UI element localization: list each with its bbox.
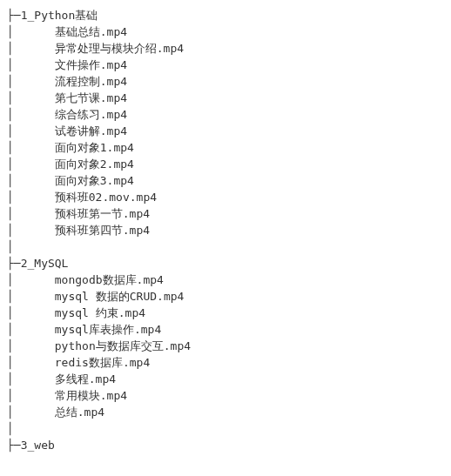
file-line: │ 预科班第一节.mp4: [7, 205, 444, 222]
tree-spacer: │: [7, 238, 444, 255]
file-line: │ redis数据库.mp4: [7, 354, 444, 371]
file-name: 预科班第四节.mp4: [55, 224, 150, 237]
file-line: │ 试卷讲解.mp4: [7, 123, 444, 139]
file-line: │ 总结.mp4: [7, 404, 444, 420]
folder-line: ├─2_MySQL: [7, 255, 444, 272]
tree-pipe-icon: │: [7, 224, 55, 237]
tree-pipe-icon: │: [7, 141, 55, 154]
file-name: 面向对象3.mp4: [55, 174, 134, 187]
tree-pipe-icon: │: [7, 240, 14, 253]
file-name: 基础总结.mp4: [55, 25, 127, 38]
file-line: │ 文件操作.mp4: [7, 57, 444, 73]
file-name: 预科班02.mov.mp4: [55, 191, 157, 204]
file-name: 试卷讲解.mp4: [55, 124, 127, 137]
tree-pipe-icon: │: [7, 372, 55, 385]
tree-pipe-icon: │: [7, 42, 55, 55]
tree-pipe-icon: │: [7, 75, 55, 88]
file-line: │ 预科班第四节.mp4: [7, 222, 444, 238]
file-name: 常用模块.mp4: [55, 389, 127, 402]
tree-pipe-icon: │: [7, 356, 55, 369]
tree-pipe-icon: │: [7, 306, 55, 319]
tree-branch-icon: ├─: [7, 439, 21, 452]
tree-pipe-icon: │: [7, 389, 55, 402]
file-name: redis数据库.mp4: [55, 356, 150, 369]
file-line: │ mongodb数据库.mp4: [7, 272, 444, 288]
file-name: mysql库表操作.mp4: [55, 323, 161, 336]
folder-line: ├─3_web: [7, 437, 444, 453]
tree-pipe-icon: │: [7, 58, 55, 71]
file-name: 第七节课.mp4: [55, 91, 127, 104]
tree-pipe-icon: │: [7, 323, 55, 336]
tree-pipe-icon: │: [7, 422, 14, 435]
folder-line: ├─1_Python基础: [7, 7, 444, 23]
directory-tree: ├─1_Python基础│ 基础总结.mp4│ 异常处理与模块介绍.mp4│ 文…: [7, 7, 444, 453]
file-line: │ mysql 数据的CRUD.mp4: [7, 288, 444, 305]
file-line: │ 基础总结.mp4: [7, 23, 444, 40]
tree-pipe-icon: │: [7, 339, 55, 352]
file-name: 文件操作.mp4: [55, 58, 127, 71]
tree-pipe-icon: │: [7, 191, 55, 204]
file-line: │ 常用模块.mp4: [7, 387, 444, 404]
tree-branch-icon: ├─: [7, 257, 21, 270]
file-name: 流程控制.mp4: [55, 75, 127, 88]
file-name: mongodb数据库.mp4: [55, 273, 164, 286]
tree-spacer: │: [7, 420, 444, 437]
file-line: │ 异常处理与模块介绍.mp4: [7, 40, 444, 57]
file-name: mysql 约束.mp4: [55, 306, 145, 319]
tree-pipe-icon: │: [7, 273, 55, 286]
file-line: │ 面向对象3.mp4: [7, 172, 444, 189]
tree-branch-icon: ├─: [7, 9, 21, 22]
folder-name: 2_MySQL: [21, 257, 69, 270]
file-line: │ 综合练习.mp4: [7, 106, 444, 123]
file-name: 综合练习.mp4: [55, 108, 127, 121]
tree-pipe-icon: │: [7, 406, 55, 419]
file-line: │ mysql 约束.mp4: [7, 305, 444, 321]
file-line: │ 面向对象2.mp4: [7, 156, 444, 172]
file-name: 多线程.mp4: [55, 372, 116, 385]
tree-pipe-icon: │: [7, 91, 55, 104]
file-name: 预科班第一节.mp4: [55, 207, 150, 220]
file-name: 面向对象2.mp4: [55, 158, 134, 171]
tree-pipe-icon: │: [7, 290, 55, 303]
tree-pipe-icon: │: [7, 174, 55, 187]
tree-pipe-icon: │: [7, 158, 55, 171]
tree-pipe-icon: │: [7, 25, 55, 38]
file-line: │ 多线程.mp4: [7, 371, 444, 387]
file-line: │ 面向对象1.mp4: [7, 139, 444, 156]
tree-pipe-icon: │: [7, 207, 55, 220]
file-name: 异常处理与模块介绍.mp4: [55, 42, 184, 55]
folder-name: 3_web: [21, 439, 55, 452]
file-line: │ 预科班02.mov.mp4: [7, 189, 444, 205]
tree-pipe-icon: │: [7, 124, 55, 137]
file-line: │ 第七节课.mp4: [7, 90, 444, 106]
folder-name: 1_Python基础: [21, 9, 98, 22]
file-name: python与数据库交互.mp4: [55, 339, 191, 352]
file-line: │ 流程控制.mp4: [7, 73, 444, 90]
tree-pipe-icon: │: [7, 108, 55, 121]
file-name: 面向对象1.mp4: [55, 141, 134, 154]
file-name: mysql 数据的CRUD.mp4: [55, 290, 185, 303]
file-line: │ python与数据库交互.mp4: [7, 338, 444, 354]
file-name: 总结.mp4: [55, 406, 104, 419]
file-line: │ mysql库表操作.mp4: [7, 321, 444, 338]
